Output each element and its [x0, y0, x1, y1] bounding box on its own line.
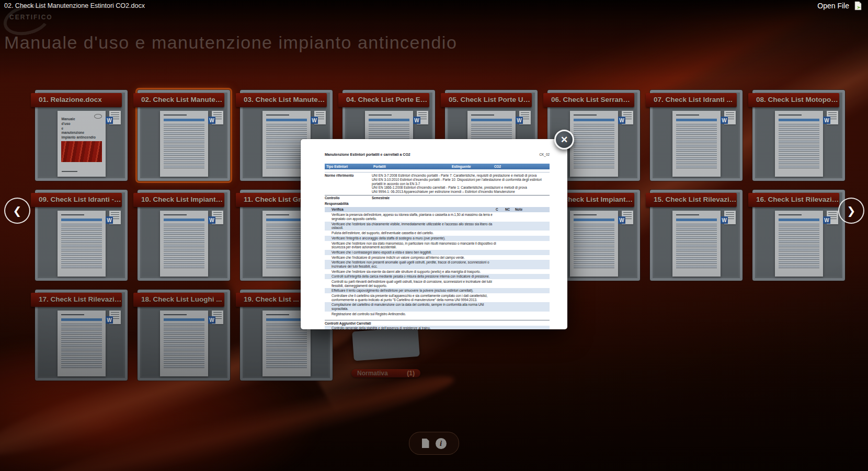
document-card[interactable]: 15. Check List Rilevazione ... W	[650, 190, 743, 281]
card-title-bar: 15. Check List Rilevazione ...	[646, 193, 737, 207]
thumb-text-lines	[266, 324, 307, 368]
document-card[interactable]: 02. Check List Manutenzione ... W	[138, 90, 230, 181]
check-row: Pulizia dell'estintore, del supporto, de…	[325, 231, 550, 236]
document-card[interactable]: 16. Check List Rilevazione CO... W	[752, 190, 845, 281]
word-icon: W	[519, 111, 531, 124]
document-thumbnail	[160, 111, 208, 177]
thumb-title-line	[61, 214, 84, 215]
open-file-button[interactable]: Open File	[817, 1, 863, 10]
card-title-bar: 02. Check List Manutenzione ...	[133, 93, 224, 107]
check-row: Registrazione del controllo sul Registro…	[325, 312, 550, 317]
doc-code: CK_02	[539, 153, 550, 157]
document-card[interactable]: 08. Check List Motopoma ... W	[752, 90, 845, 181]
word-icon: W	[724, 111, 736, 124]
document-thumbnail	[775, 111, 823, 177]
thumb-title-line	[266, 114, 289, 116]
check-row: Compilazione del cartellino di manutenzi…	[325, 302, 550, 311]
info-button[interactable]: i	[436, 438, 447, 449]
controllo-row: Controllo Semestrale	[325, 195, 550, 201]
col-c: C	[496, 208, 505, 212]
thumb-text-lines	[676, 224, 717, 268]
norme-line: UNI 9994-1: 06-2013 Apparecchiature per …	[372, 190, 550, 194]
open-file-icon	[854, 1, 863, 10]
document-card[interactable]: 17. Check List Rilevazione ... W	[35, 290, 128, 381]
check-row: Verificare che l'indicatore di pressione…	[325, 255, 550, 260]
norme-label: Norme riferimento	[325, 174, 372, 193]
word-badge: W	[106, 117, 113, 124]
stack-label-pill: Normativa (1)	[351, 369, 420, 377]
thumb-title-line	[61, 314, 84, 315]
responsabilita-label: Responsabilità	[325, 201, 550, 207]
word-icon: W	[212, 211, 223, 224]
thumb-table-header	[779, 119, 819, 121]
document-card[interactable]: 07. Check List Idranti ... W	[650, 90, 743, 181]
controllo-value: Semestrale	[372, 196, 390, 200]
thumb-title-line	[779, 114, 802, 116]
document-thumbnail	[58, 311, 106, 376]
close-button[interactable]: ✕	[554, 130, 574, 150]
additional-checklist: Controllo generale della stabilità e del…	[325, 326, 550, 329]
thumb-text-lines	[676, 124, 717, 168]
stack-card	[352, 327, 420, 361]
title-bar: 02. Check List Manutenzione Estintori CO…	[0, 0, 868, 13]
app-window: CERTIFICO Manuale d'uso e manutenzione i…	[0, 0, 868, 471]
controllo-label: Controllo	[325, 196, 372, 200]
thumb-table-header	[676, 219, 717, 221]
card-title: 06. Check List Serrande ...	[543, 93, 634, 107]
word-badge: W	[106, 316, 113, 324]
thumb-table-header	[369, 119, 409, 121]
card-title-bar: 18. Check List Luoghi ...	[133, 293, 224, 307]
word-icon: W	[417, 111, 428, 124]
col-estinguente: Estinguente	[450, 165, 493, 169]
thumb-text-lines	[164, 124, 204, 168]
stack-label: Normativa	[357, 370, 388, 377]
word-icon: W	[314, 111, 326, 124]
cover-title-lines: Manualed'usoemanutenzioneimpianto antinc…	[62, 117, 96, 140]
thumb-table-header	[471, 119, 512, 121]
thumb-title-line	[164, 314, 187, 315]
card-title: 17. Check List Rilevazione ...	[31, 293, 122, 306]
col-nc: NC	[505, 208, 515, 212]
thumb-text-lines	[574, 124, 614, 168]
bottom-toolbar: i	[409, 432, 459, 455]
export-document-button[interactable]	[422, 439, 429, 448]
document-thumbnail	[775, 211, 823, 277]
thumb-text-lines	[61, 224, 102, 268]
doc-title: Manutenzione Estintori portatili e carre…	[325, 153, 410, 157]
card-title: 09. Check List Idranti - ...	[31, 193, 122, 206]
additional-check-row: Controllo generale della stabilità e del…	[325, 326, 550, 329]
card-title-bar: 16. Check List Rilevazione CO...	[748, 193, 839, 207]
col-co2: CO2	[493, 165, 550, 169]
cover-footer-line	[62, 171, 77, 172]
thumb-table-header	[676, 119, 717, 121]
thumb-title-line	[369, 114, 392, 116]
normativa-stack[interactable]: Normativa (1)	[351, 329, 420, 377]
norme-lines: UNI EN 3-7:2008 Estintori d'incendio por…	[372, 174, 550, 193]
norme-line: UNI EN 1866-1:2008 Estintori d'incendio …	[372, 186, 550, 190]
next-page-button[interactable]: ❯	[838, 198, 864, 224]
check-row: Controlli sull'integrità della carica me…	[325, 274, 550, 279]
word-badge: W	[106, 216, 113, 224]
prev-page-button[interactable]: ❮	[4, 198, 30, 224]
document-card[interactable]: 01. Relazione.docx Manualed'usoemanutenz…	[35, 90, 128, 181]
norme-line: UNI EN 3-7:2008 Estintori d'incendio por…	[372, 174, 550, 178]
close-icon: ✕	[561, 134, 568, 145]
document-card[interactable]: 18. Check List Luoghi ... W	[138, 290, 230, 381]
norme-line: UNI EN 3-10:2010 Estintori d'incendio po…	[372, 178, 550, 186]
check-row: Verificare la presenza dell'estintore, a…	[325, 212, 550, 221]
document-card[interactable]: 09. Check List Idranti - ... W	[35, 190, 128, 281]
extinguishers-photo	[61, 141, 102, 162]
check-row: Verificare che i contrassegni siano espo…	[325, 250, 550, 255]
thumb-title-line	[266, 214, 289, 215]
document-card[interactable]: 10. Check List Impianti ... W	[138, 190, 230, 281]
thumb-text-lines	[574, 224, 614, 268]
thumb-table-header	[779, 219, 819, 221]
thumb-title-line	[164, 114, 187, 116]
document-thumbnail: Manualed'usoemanutenzioneimpianto antinc…	[58, 111, 106, 177]
word-badge: W	[516, 117, 523, 124]
word-badge: W	[311, 117, 318, 124]
check-row: Verificare che l'estintore non sia stato…	[325, 241, 550, 250]
card-title-bar: 03. Check List Manutenzione ...	[236, 93, 327, 107]
verifica-header-row: Verifica C NC Note	[325, 207, 550, 213]
document-preview: Manutenzione Estintori portatili e carre…	[301, 139, 567, 329]
